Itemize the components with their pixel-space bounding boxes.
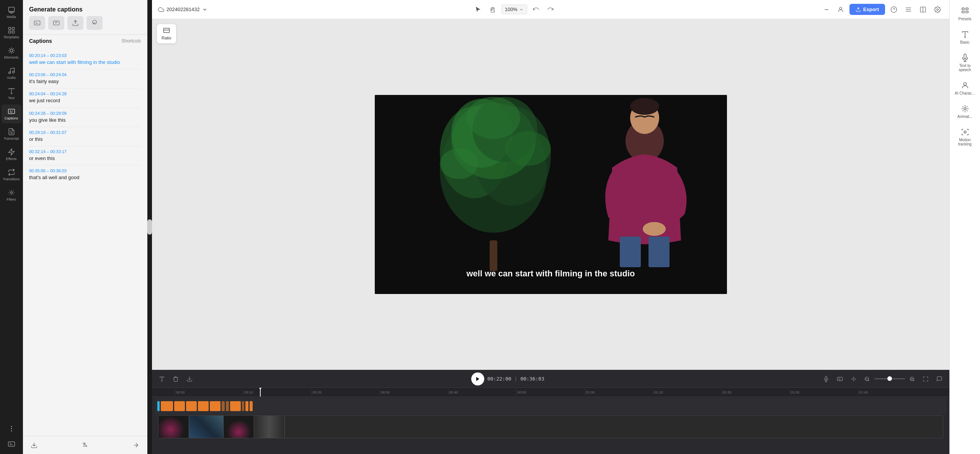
right-panel-animat[interactable]: Animat... (952, 101, 978, 122)
panel-footer (23, 436, 147, 454)
caption-item-5[interactable]: 00:29:19 – 00:31:07 or this (29, 127, 141, 146)
caption-style-btn[interactable] (29, 16, 45, 30)
menu-btn[interactable] (903, 4, 914, 15)
play-icon (475, 376, 480, 382)
sidebar-item-text[interactable]: Text (2, 84, 21, 103)
caption-time-3: 00:24:04 – 00:24:28 (29, 91, 141, 96)
microphone-btn[interactable] (821, 374, 831, 384)
settings-btn[interactable] (932, 4, 943, 15)
account-btn[interactable] (835, 4, 846, 15)
zoom-value: 100% (505, 7, 518, 12)
panel-sidebar: Generate captions Captions Shortcuts 00:… (23, 0, 147, 454)
translate-captions-btn[interactable] (80, 440, 90, 450)
timeline-download-btn[interactable] (184, 374, 195, 384)
current-time: 00:22:00 (487, 376, 511, 382)
presets-icon (961, 7, 969, 15)
sidebar-item-captions[interactable]: Captions (2, 105, 21, 123)
sidebar-item-templates[interactable]: Templates (2, 23, 21, 42)
timeline-playhead (260, 388, 261, 397)
svg-rect-64 (962, 8, 964, 10)
ruler-mark-1: 00:10 (243, 390, 311, 395)
video-track-row (155, 415, 946, 438)
caption-text-btn[interactable] (48, 16, 64, 30)
sidebar-item-media[interactable]: Media (2, 3, 21, 22)
caption-item-4[interactable]: 00:24:28 – 00:28:09 you give like this (29, 108, 141, 127)
right-panel-presets[interactable]: Presets (952, 3, 978, 25)
right-panel-motion-tracking[interactable]: Motion tracking (952, 124, 978, 150)
sidebar-item-transcript[interactable]: Transcript (2, 125, 21, 144)
sidebar-item-filters[interactable]: Filters (2, 186, 21, 204)
redo-btn[interactable] (545, 4, 556, 15)
sidebar-item-transitions[interactable]: Transitions (2, 165, 21, 184)
canvas-area: Ratio (152, 19, 949, 370)
svg-point-12 (10, 192, 12, 194)
caption-seg-1 (161, 401, 173, 411)
ratio-label: Ratio (162, 36, 172, 40)
caption-seg-8 (230, 401, 241, 411)
ruler-mark-8: 01:20 (722, 390, 790, 395)
caption-auto-btn[interactable] (87, 16, 103, 30)
select-tool-btn[interactable] (472, 4, 484, 15)
hand-tool-btn[interactable] (487, 4, 498, 15)
sidebar-item-captions-bottom[interactable] (2, 437, 21, 451)
text-to-speech-label: Text to speech (954, 64, 977, 72)
caption-upload-btn[interactable] (67, 16, 83, 30)
ruler-mark-0: 00:00 (175, 390, 243, 395)
download-captions-btn[interactable] (29, 440, 39, 450)
caption-item-1[interactable]: 00:20:14 – 00:23:03 well we can start wi… (29, 50, 141, 69)
caption-time-7: 00:35:06 – 00:36:03 (29, 168, 141, 173)
minus-btn[interactable] (821, 4, 832, 15)
caption-item-3[interactable]: 00:24:04 – 00:24:28 we just record (29, 88, 141, 108)
caption-seg-10 (245, 401, 248, 411)
time-separator: | (514, 376, 518, 382)
video-track (158, 415, 943, 438)
chat-btn[interactable] (934, 374, 945, 384)
timeline-delete-btn[interactable] (170, 374, 181, 384)
export-icon (856, 7, 861, 12)
caption-seg-7 (226, 401, 229, 411)
ratio-btn[interactable]: Ratio (157, 24, 176, 44)
zoom-in-btn[interactable] (907, 374, 917, 384)
right-panel-motion-tracking-wrap: Motion tracking (952, 124, 978, 150)
undo-btn[interactable] (530, 4, 542, 15)
captions-timeline-btn[interactable] (835, 374, 845, 384)
export-label: Export (863, 7, 879, 12)
caption-item-6[interactable]: 00:32:14 – 00:33:17 or even this (29, 146, 141, 165)
collapse-handle[interactable] (147, 219, 152, 235)
caption-item-2[interactable]: 00:23:06 – 00:24:04 it's fairly easy (29, 69, 141, 88)
ruler-mark-5: 00:50 (516, 390, 585, 395)
caption-text-1: well we can start with filming in the st… (29, 59, 141, 66)
caption-seg-teal (157, 401, 160, 411)
panel-header: Generate captions (23, 0, 147, 16)
svg-rect-4 (12, 31, 14, 33)
timeline-toolbar: 00:22:00 | 00:36:03 (152, 370, 949, 388)
right-panel-text-to-speech[interactable]: Text to speech (952, 50, 978, 76)
fullscreen-btn[interactable] (920, 374, 931, 384)
sidebar-item-more[interactable] (2, 422, 21, 436)
help-btn[interactable] (888, 4, 900, 15)
caption-time-2: 00:23:06 – 00:24:04 (29, 72, 141, 77)
sidebar-item-elements[interactable]: Elements (2, 44, 21, 62)
split-timeline-btn[interactable] (848, 374, 859, 384)
left-icon-sidebar: Media Templates Elements Audio Text Capt… (0, 0, 23, 454)
right-panel-ai-charac[interactable]: AI Charac... (952, 77, 978, 99)
project-name[interactable]: 202402281432 (158, 7, 207, 13)
zoom-out-btn[interactable] (862, 374, 872, 384)
sidebar-item-audio[interactable]: Audio (2, 64, 21, 83)
caption-item-7[interactable]: 00:35:06 – 00:36:03 that's all well and … (29, 165, 141, 184)
timeline-text-btn[interactable] (157, 374, 167, 384)
zoom-display[interactable]: 100% (501, 5, 527, 14)
svg-point-23 (840, 7, 842, 10)
main-content: 202402281432 100% (152, 0, 949, 454)
shortcuts-btn[interactable]: Shortcuts (121, 38, 141, 44)
animat-icon (961, 105, 969, 113)
export-btn[interactable]: Export (849, 4, 885, 15)
caption-seg-5 (210, 401, 220, 411)
split-captions-btn[interactable] (131, 440, 141, 450)
split-view-btn[interactable] (917, 4, 929, 15)
zoom-slider[interactable] (874, 378, 905, 379)
play-btn[interactable] (471, 372, 484, 385)
right-panel-basic[interactable]: Basic (952, 26, 978, 48)
caption-seg-3 (186, 401, 197, 411)
sidebar-item-effects[interactable]: Effects (2, 145, 21, 164)
